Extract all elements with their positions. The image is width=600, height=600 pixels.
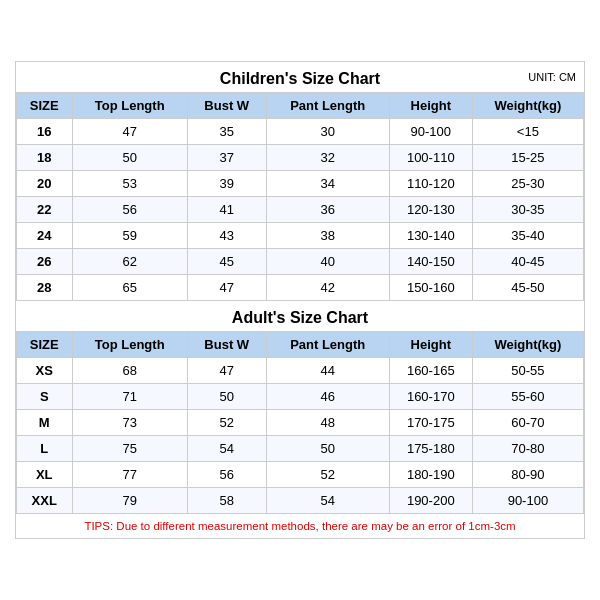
table-cell: 36 [266, 197, 389, 223]
table-cell: 26 [17, 249, 73, 275]
table-row: 18503732100-11015-25 [17, 145, 584, 171]
table-cell: 18 [17, 145, 73, 171]
adult-size-table: SIZE Top Length Bust W Pant Length Heigh… [16, 331, 584, 514]
table-cell: XS [17, 358, 73, 384]
table-row: XL775652180-19080-90 [17, 462, 584, 488]
col-header-size-a: SIZE [17, 332, 73, 358]
table-cell: 38 [266, 223, 389, 249]
children-size-table: SIZE Top Length Bust W Pant Length Heigh… [16, 92, 584, 301]
table-cell: 56 [187, 462, 266, 488]
col-header-size: SIZE [17, 93, 73, 119]
table-cell: 56 [72, 197, 187, 223]
table-cell: 54 [187, 436, 266, 462]
table-row: XXL795854190-20090-100 [17, 488, 584, 514]
table-cell: 48 [266, 410, 389, 436]
col-header-pant-length-a: Pant Length [266, 332, 389, 358]
table-cell: 130-140 [389, 223, 472, 249]
table-cell: 52 [266, 462, 389, 488]
col-header-bust-w: Bust W [187, 93, 266, 119]
table-cell: 44 [266, 358, 389, 384]
table-row: L755450175-18070-80 [17, 436, 584, 462]
children-header-row: SIZE Top Length Bust W Pant Length Heigh… [17, 93, 584, 119]
table-row: S715046160-17055-60 [17, 384, 584, 410]
table-cell: XXL [17, 488, 73, 514]
tips-row: TIPS: Due to different measurement metho… [16, 514, 584, 538]
table-row: M735248170-17560-70 [17, 410, 584, 436]
table-cell: S [17, 384, 73, 410]
table-cell: 32 [266, 145, 389, 171]
table-cell: 30 [266, 119, 389, 145]
table-cell: 60-70 [472, 410, 583, 436]
col-header-top-length: Top Length [72, 93, 187, 119]
table-cell: 58 [187, 488, 266, 514]
table-cell: L [17, 436, 73, 462]
table-cell: 52 [187, 410, 266, 436]
tips-text: TIPS: Due to different measurement metho… [84, 520, 515, 532]
table-cell: 50-55 [472, 358, 583, 384]
table-cell: 160-170 [389, 384, 472, 410]
table-cell: 68 [72, 358, 187, 384]
table-cell: 15-25 [472, 145, 583, 171]
adult-section-title: Adult's Size Chart [16, 301, 584, 331]
table-cell: 50 [266, 436, 389, 462]
table-cell: 45 [187, 249, 266, 275]
table-row: 22564136120-13030-35 [17, 197, 584, 223]
table-cell: 41 [187, 197, 266, 223]
col-header-pant-length: Pant Length [266, 93, 389, 119]
col-header-weight: Weight(kg) [472, 93, 583, 119]
table-row: 1647353090-100<15 [17, 119, 584, 145]
table-cell: 73 [72, 410, 187, 436]
adult-header-row: SIZE Top Length Bust W Pant Length Heigh… [17, 332, 584, 358]
unit-label: UNIT: CM [528, 71, 576, 83]
chart-container: Children's Size Chart UNIT: CM SIZE Top … [15, 61, 585, 539]
table-cell: 35 [187, 119, 266, 145]
table-cell: 65 [72, 275, 187, 301]
col-header-height-a: Height [389, 332, 472, 358]
table-cell: 100-110 [389, 145, 472, 171]
table-cell: 170-175 [389, 410, 472, 436]
table-cell: 47 [187, 275, 266, 301]
table-cell: XL [17, 462, 73, 488]
adult-title-text: Adult's Size Chart [232, 309, 368, 326]
table-cell: 150-160 [389, 275, 472, 301]
table-cell: 75 [72, 436, 187, 462]
table-cell: 30-35 [472, 197, 583, 223]
col-header-weight-a: Weight(kg) [472, 332, 583, 358]
table-cell: 54 [266, 488, 389, 514]
table-cell: 40 [266, 249, 389, 275]
table-cell: 50 [72, 145, 187, 171]
table-cell: 140-150 [389, 249, 472, 275]
table-cell: M [17, 410, 73, 436]
col-header-height: Height [389, 93, 472, 119]
table-cell: 25-30 [472, 171, 583, 197]
children-section-title: Children's Size Chart UNIT: CM [16, 62, 584, 92]
table-cell: 110-120 [389, 171, 472, 197]
table-cell: 34 [266, 171, 389, 197]
table-cell: 45-50 [472, 275, 583, 301]
table-cell: 70-80 [472, 436, 583, 462]
children-title-text: Children's Size Chart [220, 70, 380, 87]
table-cell: 55-60 [472, 384, 583, 410]
table-cell: 47 [187, 358, 266, 384]
table-cell: 22 [17, 197, 73, 223]
table-cell: 80-90 [472, 462, 583, 488]
table-cell: 90-100 [472, 488, 583, 514]
table-cell: 77 [72, 462, 187, 488]
table-cell: 37 [187, 145, 266, 171]
col-header-top-length-a: Top Length [72, 332, 187, 358]
table-cell: 79 [72, 488, 187, 514]
table-cell: 35-40 [472, 223, 583, 249]
table-row: 28654742150-16045-50 [17, 275, 584, 301]
table-row: 26624540140-15040-45 [17, 249, 584, 275]
table-cell: 16 [17, 119, 73, 145]
table-cell: <15 [472, 119, 583, 145]
table-cell: 46 [266, 384, 389, 410]
col-header-bust-w-a: Bust W [187, 332, 266, 358]
table-cell: 24 [17, 223, 73, 249]
table-cell: 59 [72, 223, 187, 249]
table-cell: 160-165 [389, 358, 472, 384]
table-cell: 62 [72, 249, 187, 275]
table-cell: 175-180 [389, 436, 472, 462]
table-cell: 42 [266, 275, 389, 301]
table-cell: 190-200 [389, 488, 472, 514]
